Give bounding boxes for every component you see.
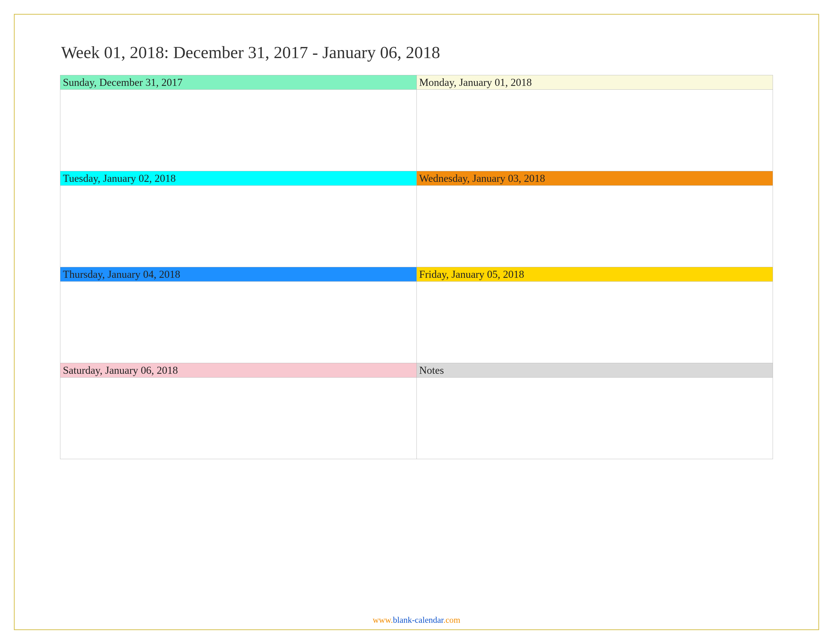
friday-body[interactable]	[416, 282, 773, 363]
wednesday-body[interactable]	[416, 186, 773, 267]
thursday-body[interactable]	[60, 282, 417, 363]
tuesday-header: Tuesday, January 02, 2018	[60, 171, 417, 186]
monday-body[interactable]	[416, 90, 773, 171]
footer-prefix: www.	[373, 615, 393, 625]
content-area: Week 01, 2018: December 31, 2017 - Janua…	[60, 42, 773, 609]
tuesday-body[interactable]	[60, 186, 417, 267]
wednesday-header: Wednesday, January 03, 2018	[416, 171, 773, 186]
monday-header: Monday, January 01, 2018	[416, 75, 773, 90]
footer: www.blank-calendar.com	[14, 615, 819, 625]
notes-body[interactable]	[416, 378, 773, 459]
page-title: Week 01, 2018: December 31, 2017 - Janua…	[60, 42, 773, 63]
sunday-header: Sunday, December 31, 2017	[60, 75, 417, 90]
friday-header: Friday, January 05, 2018	[416, 267, 773, 282]
page-border: Week 01, 2018: December 31, 2017 - Janua…	[14, 14, 819, 630]
footer-main: blank-calendar	[393, 615, 443, 625]
weekly-calendar-grid: Sunday, December 31, 2017 Monday, Januar…	[60, 75, 773, 459]
thursday-header: Thursday, January 04, 2018	[60, 267, 417, 282]
footer-link[interactable]: www.blank-calendar.com	[373, 615, 460, 625]
notes-header: Notes	[416, 363, 773, 378]
saturday-header: Saturday, January 06, 2018	[60, 363, 417, 378]
saturday-body[interactable]	[60, 378, 417, 459]
sunday-body[interactable]	[60, 90, 417, 171]
footer-suffix: .com	[444, 615, 460, 625]
